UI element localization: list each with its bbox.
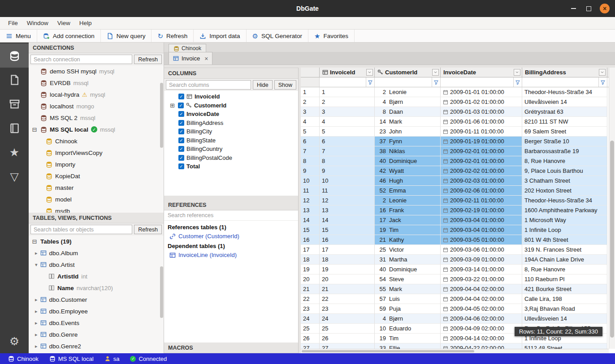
cell-customerid[interactable]: 2Leonie [375, 87, 441, 97]
row-number-cell[interactable]: 9 [301, 166, 320, 176]
row-number-cell[interactable]: 26 [301, 334, 320, 343]
row-number-cell[interactable]: 19 [301, 265, 320, 274]
cell-customerid[interactable]: 14Mark [375, 117, 441, 127]
cell-invoicedate[interactable]: 2009-01-06 01:00:00 [441, 117, 522, 127]
row-number-cell[interactable]: 14 [301, 215, 320, 225]
filter-input-billingaddress[interactable] [522, 77, 598, 87]
macros-panel-header[interactable]: MACROS [164, 343, 298, 353]
column-toggle-billingcountry[interactable]: ✓BillingCountry [164, 145, 298, 154]
cell-invoicedate[interactable]: 2009-01-03 01:00:00 [441, 107, 522, 117]
cell-customerid[interactable]: 52Emma [375, 186, 441, 196]
column-menu-button[interactable] [432, 69, 439, 76]
cell-invoiceid[interactable]: 11 [320, 186, 375, 196]
cell-customerid[interactable]: 8Daan [375, 107, 441, 117]
cell-customerid[interactable]: 59Puja [375, 304, 441, 314]
cell-invoicedate[interactable]: 2009-04-05 02:00:00 [441, 304, 522, 314]
column-header-invoicedate[interactable]: InvoiceDate [441, 68, 522, 77]
cell-invoiceid[interactable]: 7 [320, 146, 375, 156]
cell-invoiceid[interactable]: 21 [320, 284, 375, 294]
cell-invoicedate[interactable]: 2009-02-02 01:00:00 [441, 166, 522, 176]
connection-ms-sql-local[interactable]: ⊟MS SQL local✓mssql [29, 124, 164, 135]
cell-customerid[interactable]: 40Dominique [375, 265, 441, 274]
show-column-button[interactable]: Show [274, 80, 296, 90]
column-item-artistid[interactable]: ArtistIdint [29, 270, 164, 282]
cell-invoiceid[interactable]: 1 [320, 87, 375, 97]
column-checkbox[interactable]: ✓ [178, 128, 184, 134]
tab-close-icon[interactable]: × [204, 55, 208, 62]
connection-demo-ssh-mysql[interactable]: demo SSH mysqlmysql [29, 65, 164, 77]
filter-button[interactable] [598, 77, 607, 87]
connections-refresh-button[interactable]: Refresh [134, 55, 162, 64]
database-master[interactable]: master [29, 182, 164, 193]
cell-billingaddress[interactable]: Grétrystraat 63 [522, 107, 607, 117]
cell-billingaddress[interactable]: 8210 111 ST NW [522, 117, 607, 127]
cell-invoicedate[interactable]: 2009-03-22 01:00:00 [441, 274, 522, 284]
row-number-cell[interactable]: 12 [301, 196, 320, 206]
column-checkbox[interactable]: ✓ [178, 120, 184, 126]
cell-invoiceid[interactable]: 13 [320, 206, 375, 215]
row-number-cell[interactable]: 2 [301, 97, 320, 107]
vertical-scrollbar[interactable] [609, 68, 615, 349]
cell-customerid[interactable]: 2Leonie [375, 196, 441, 206]
scrollbar-thumb[interactable] [160, 266, 163, 318]
horizontal-scrollbar[interactable] [301, 349, 609, 353]
table-item-dbo-artist[interactable]: ▾dbo.Artist [29, 259, 164, 270]
row-number-cell[interactable]: 3 [301, 107, 320, 117]
cell-customerid[interactable]: 46Hugh [375, 176, 441, 186]
cell-billingaddress[interactable]: 69 Salem Street [522, 127, 607, 137]
column-toggle-billingcity[interactable]: ✓BillingCity [164, 127, 298, 136]
column-checkbox[interactable]: ✓ [178, 111, 184, 117]
toolbar-new-query[interactable]: New query [101, 30, 152, 42]
filter-input-customerid[interactable] [375, 77, 432, 87]
cell-invoiceid[interactable]: 16 [320, 235, 375, 245]
column-checkbox[interactable]: ✓ [178, 94, 184, 99]
activity-files[interactable] [0, 68, 29, 92]
tab-invoice[interactable]: Invoice × [169, 52, 212, 64]
filter-button[interactable] [432, 77, 440, 87]
cell-billingaddress[interactable]: Ullevålsveien 14 [522, 97, 607, 107]
activity-history[interactable] [0, 116, 29, 140]
column-menu-button[interactable] [366, 69, 373, 76]
chevron-down-icon[interactable]: ▾ [35, 262, 38, 267]
cell-customerid[interactable]: 40Dominique [375, 156, 441, 166]
cell-invoiceid[interactable]: 8 [320, 156, 375, 166]
row-number-cell[interactable]: 22 [301, 294, 320, 304]
database-msdb[interactable]: msdb [29, 205, 164, 213]
cell-billingaddress[interactable]: Calle Lira, 198 [522, 294, 607, 304]
cell-customerid[interactable]: 10Eduardo [375, 324, 441, 334]
cell-invoicedate[interactable]: 2009-03-09 01:00:00 [441, 255, 522, 265]
chevron-right-icon[interactable]: ▸ [35, 309, 38, 314]
filter-input-invoicedate[interactable] [441, 77, 513, 87]
cell-billingaddress[interactable]: 1 Microsoft Way [522, 215, 607, 225]
column-item-name[interactable]: Namenvarchar(120) [29, 282, 164, 294]
cell-invoicedate[interactable]: 2009-03-04 01:00:00 [441, 215, 522, 225]
row-number-cell[interactable]: 4 [301, 117, 320, 127]
cell-invoicedate[interactable]: 2009-04-04 02:00:00 [441, 284, 522, 294]
row-number-cell[interactable]: 11 [301, 186, 320, 196]
tables-search-input[interactable] [30, 225, 132, 234]
table-item-dbo-genre2[interactable]: ▸dbo.Genre2 [29, 340, 164, 352]
activity-filters[interactable]: ▽ [0, 164, 29, 188]
row-number-cell[interactable]: 10 [301, 176, 320, 186]
row-number-cell[interactable]: 8 [301, 156, 320, 166]
filter-button[interactable] [366, 77, 374, 87]
cell-customerid[interactable]: 54Steve [375, 274, 441, 284]
statusbar-server[interactable]: MS SQL local [44, 355, 99, 362]
cell-customerid[interactable]: 4Bjørn [375, 314, 441, 324]
cell-customerid[interactable]: 23John [375, 127, 441, 137]
cell-invoicedate[interactable]: 2009-03-14 01:00:00 [441, 265, 522, 274]
cell-billingaddress[interactable]: 3 Chatham Street [522, 176, 607, 186]
cell-invoiceid[interactable]: 17 [320, 245, 375, 255]
cell-billingaddress[interactable]: 9, Place Louis Barthou [522, 166, 607, 176]
table-item-dbo-customer[interactable]: ▸dbo.Customer [29, 294, 164, 305]
column-checkbox[interactable]: ✓ [178, 163, 184, 169]
column-toggle-customerid[interactable]: ⊞✓CustomerId [164, 101, 298, 110]
chevron-right-icon[interactable]: ▸ [35, 332, 38, 337]
column-menu-button[interactable] [599, 69, 606, 76]
cell-billingaddress[interactable]: 110 Raeburn Pl [522, 274, 607, 284]
cell-invoicedate[interactable]: 2009-04-14 02:00:00 [441, 334, 522, 343]
toolbar-favorites[interactable]: ★Favorites [308, 30, 355, 42]
row-number-cell[interactable]: 23 [301, 304, 320, 314]
column-toggle-invoicedate[interactable]: ✓InvoiceDate [164, 110, 298, 119]
cell-billingaddress[interactable]: Ullevålsveien 14 [522, 314, 607, 324]
